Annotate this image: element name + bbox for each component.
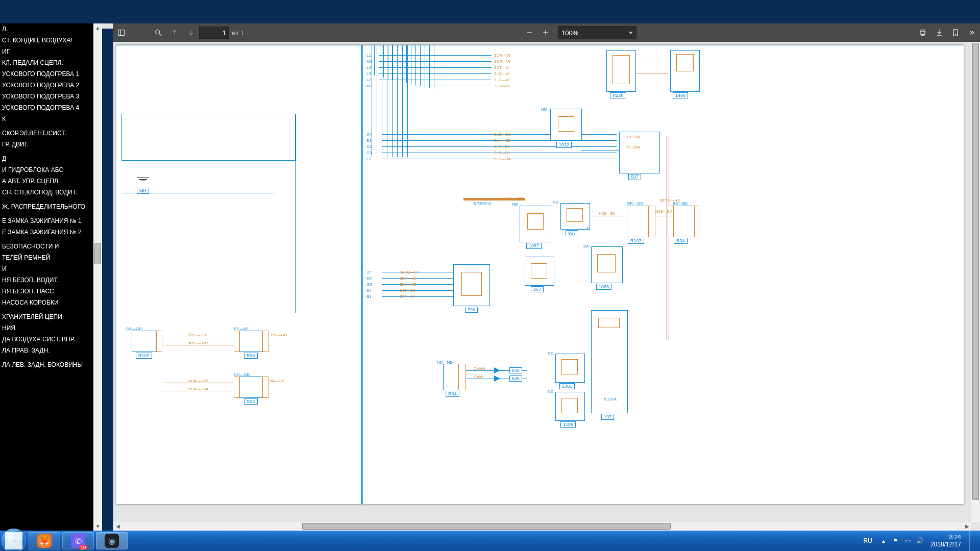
component-id-c645b: 645 [509, 375, 522, 382]
notification-badge: 10 [79, 545, 87, 550]
nav-tree-item[interactable]: УСКОВОГО ПОДОГРЕВА 3 [0, 91, 93, 102]
svg-rect-0 [118, 30, 125, 36]
nav-tree-item[interactable]: НЯ БЕЗОП. ВОДИТ. [0, 274, 93, 286]
nav-tree-item[interactable]: ЛА ЛЕВ. ЗАДН. БОКОВИНЫ [0, 359, 93, 370]
nav-tree-item[interactable]: УСКОВОГО ПОДОГРЕВА 1 [0, 68, 93, 80]
sidebar-scrollbar[interactable]: ▲ ▼ [93, 23, 102, 531]
scroll-up-icon[interactable]: ▲ [93, 23, 102, 32]
nav-tree-item[interactable]: КЛ. ПЕДАЛИ СЦЕПЛ. [0, 57, 93, 68]
nav-tree-item[interactable]: ХРАНИТЕЛЕЙ ЦЕПИ [0, 311, 93, 322]
print-button[interactable] [915, 24, 931, 41]
page-count-label: из 1 [232, 29, 244, 37]
camera-icon: ◉ [105, 534, 119, 548]
nav-tree-item[interactable]: УСКОВОГО ПОДОГРЕВА 2 [0, 80, 93, 91]
nav-tree-panel: Л.СТ. КОНДИЦ. ВОЗДУХА/ИГ.КЛ. ПЕДАЛИ СЦЕП… [0, 23, 102, 531]
system-tray: RU ▴ ⚑ ▭ 🔊 8:24 2018/12/17 [859, 531, 980, 551]
component-id-c1067: 1067 [526, 243, 542, 249]
tray-chevron-icon[interactable]: ▴ [879, 537, 888, 544]
component-id-c799: 799 [465, 307, 478, 313]
component-id-c107: 107 [601, 414, 614, 420]
tray-sound-icon[interactable]: 🔊 [916, 537, 925, 544]
viber-icon: ✆10 [71, 534, 85, 548]
panel-divider[interactable] [102, 0, 113, 531]
taskbar-app-firefox[interactable]: 🦊 [29, 532, 60, 549]
pdf-horizontal-scrollbar[interactable]: ◀ ▶ [113, 522, 971, 531]
page-number-input[interactable] [199, 27, 229, 39]
nav-tree-item[interactable]: ДА ВОЗДУХА СИСТ. ВПР. [0, 334, 93, 345]
taskbar-clock[interactable]: 8:24 2018/12/17 [930, 534, 961, 548]
nav-tree-item[interactable]: Е ЗАМКА ЗАЖИГАНИЯ № 1 [0, 215, 93, 227]
nav-tree-item[interactable]: ИГ. [0, 46, 93, 57]
nav-tree-item[interactable]: НЯ БЕЗОП. ПАСС. [0, 286, 93, 297]
clock-time: 8:24 [930, 534, 961, 541]
nav-tree-item[interactable]: НАСОСА КОРОБКИ [0, 297, 93, 308]
nav-tree-item[interactable]: НИЯ [0, 322, 93, 334]
nav-tree-item[interactable]: Д [0, 153, 93, 164]
pdf-toolbar: из 1 100% [113, 23, 980, 42]
chevron-down-icon [629, 32, 633, 34]
component-id-c1468: 1468 [673, 92, 688, 98]
taskbar-app-camera[interactable]: ◉ [96, 532, 128, 549]
clock-date: 2018/12/17 [930, 541, 961, 548]
nav-tree-item[interactable]: УСКОВОГО ПОДОГРЕВА 4 [0, 102, 93, 113]
pdf-page-viewport[interactable]: MHR107R3437K — GR3HT — GR37K—GRGR—GRBE—B… [113, 42, 980, 520]
start-button[interactable] [0, 531, 28, 551]
zoom-select[interactable]: 100% [558, 26, 636, 39]
nav-tree-item[interactable]: ЛА ПРАВ. ЗАДН. [0, 345, 93, 356]
tools-menu-button[interactable] [964, 24, 980, 41]
nav-tree-item[interactable]: А АВТ. УПР. СЦЕПЛ. [0, 176, 93, 187]
component-id-r34_mid: R34 [244, 398, 258, 405]
component-id-r107_r: R107 [628, 238, 644, 244]
component-id-r107_left: R107 [136, 353, 152, 359]
prev-page-button[interactable] [166, 24, 183, 41]
pdf-vertical-scrollbar[interactable] [971, 42, 980, 522]
scroll-left-icon[interactable]: ◀ [113, 522, 122, 531]
nav-tree-item[interactable]: Ж. РАСПРЕДЕЛИТЕЛЬНОГО [0, 201, 93, 212]
download-button[interactable] [931, 24, 947, 41]
component-id-c1301: 1301 [559, 383, 575, 389]
scroll-thumb[interactable] [972, 43, 979, 500]
nav-tree-item[interactable]: ГР. ДВИГ. [0, 139, 93, 150]
pdf-page: MHR107R3437K — GR3HT — GR37K—GRGR—GRBE—B… [116, 45, 964, 504]
nav-tree-item[interactable]: БЕЗОПАСНОСТИ И [0, 241, 93, 252]
zoom-out-button[interactable] [521, 24, 537, 41]
nav-tree-item[interactable]: СТ. КОНДИЦ. ВОЗДУХА/ [0, 35, 93, 46]
wiring-diagram: MHR107R3437K — GR3HT — GR37K—GRGR—GRBE—B… [116, 45, 964, 504]
scroll-thumb[interactable] [94, 243, 101, 264]
taskbar-app-viber[interactable]: ✆10 [62, 532, 94, 549]
scroll-thumb[interactable] [302, 523, 671, 530]
component-id-r34_left: R34 [244, 353, 258, 359]
component-id-c1032: 1032 [556, 142, 572, 148]
find-button[interactable] [150, 24, 166, 41]
nav-tree-item[interactable]: ТЕЛЕЙ РЕМНЕЙ [0, 252, 93, 263]
tray-action-center-icon[interactable]: ▭ [903, 537, 913, 544]
scroll-right-icon[interactable]: ▶ [963, 522, 971, 531]
nav-tree-item[interactable]: СН. СТЕКЛОПОД. ВОДИТ. [0, 187, 93, 198]
language-indicator[interactable]: RU [864, 537, 872, 544]
component-id-c927: 927 [566, 230, 578, 236]
nav-tree-item[interactable]: Е ЗАМКА ЗАЖИГАНИЯ № 2 [0, 227, 93, 238]
zoom-value: 100% [561, 29, 578, 37]
scroll-down-icon[interactable]: ▼ [93, 522, 102, 531]
nav-tree-item[interactable]: И [0, 263, 93, 274]
component-id-c1068: 1068 [596, 284, 611, 290]
nav-tree-item[interactable]: И ГИДРОБЛОКА АБС [0, 164, 93, 176]
component-id-r34_r: R34 [674, 238, 688, 244]
nav-tree-item[interactable]: СКОР.ЭЛ.ВЕНТ./СИСТ. [0, 128, 93, 139]
show-desktop-button[interactable] [969, 531, 977, 551]
bookmark-button[interactable] [947, 24, 964, 41]
nav-tree-item[interactable]: Л. [0, 23, 93, 35]
nav-tree-item[interactable]: К [0, 113, 93, 124]
firefox-icon: 🦊 [37, 534, 52, 548]
windows-orb-icon [2, 529, 26, 551]
nav-tree[interactable]: Л.СТ. КОНДИЦ. ВОЗДУХА/ИГ.КЛ. ПЕДАЛИ СЦЕП… [0, 23, 93, 531]
tray-flag-icon[interactable]: ⚑ [891, 537, 900, 544]
component-id-c645a: 645 [509, 367, 522, 373]
component-id-c257: 257 [531, 286, 544, 292]
component-id-c597: 597 [628, 174, 641, 180]
component-id-r34_mid2: R34 [446, 391, 459, 397]
next-page-button[interactable] [183, 24, 199, 41]
svg-rect-7 [921, 32, 925, 34]
zoom-in-button[interactable] [537, 24, 554, 41]
sidebar-toggle-button[interactable] [113, 24, 130, 41]
